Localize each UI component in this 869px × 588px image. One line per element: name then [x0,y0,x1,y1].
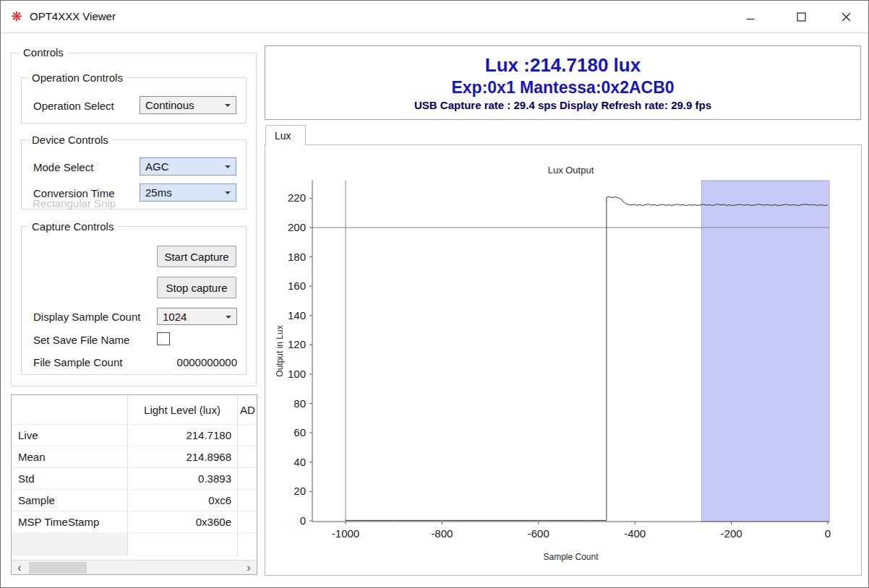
mode-select-label: Mode Select [33,161,93,173]
row-label-mean: Mean [18,446,125,467]
scroll-right-icon[interactable]: › [241,561,257,575]
conversion-time-combobox[interactable]: 25ms [140,183,236,202]
chevron-down-icon [225,165,231,171]
app-logo-icon: ❋ [9,9,24,24]
scroll-left-icon[interactable]: ‹ [12,561,27,575]
svg-text:-400: -400 [624,527,646,540]
svg-text:20: 20 [294,485,306,497]
column-header-light-level: Light Level (lux) [127,395,237,424]
operation-select-combobox[interactable]: Continous [140,96,236,114]
chart-ylabel: Output in Lux [275,325,285,376]
row-label-std: Std [18,467,125,489]
table-column-divider [237,395,238,555]
chevron-down-icon [225,191,231,197]
svg-text:180: 180 [288,251,306,263]
scrollbar-thumb[interactable] [29,562,87,574]
svg-text:140: 140 [288,309,306,321]
close-button[interactable] [829,1,862,33]
maximize-icon [797,12,806,22]
row-value-sample: 0xc6 [127,489,231,511]
rate-readout-line: USB Capture rate : 29.4 sps Display Refr… [414,99,711,111]
row-value-mean: 214.8968 [127,446,231,467]
controls-group-title: Controls [20,46,67,59]
minimize-icon [746,13,755,22]
svg-text:-200: -200 [721,527,742,540]
chart-title: Lux Output [548,165,594,176]
svg-text:-600: -600 [528,527,549,540]
chevron-down-icon [225,104,231,110]
column-header-adc: AD [240,395,257,424]
svg-text:0: 0 [825,527,831,540]
svg-text:160: 160 [288,280,306,292]
selection-region[interactable] [701,181,829,522]
row-value-msp-timestamp: 0x360e [127,511,231,532]
tab-lux[interactable]: Lux [265,125,306,145]
display-sample-count-label: Display Sample Count [33,311,140,323]
lux-chart[interactable]: 020406080100120140160180200220-1000-800-… [267,147,860,573]
exp-readout-line: Exp:0x1 Mantessa:0x2ACB0 [451,78,674,98]
capture-controls-title: Capture Controls [28,220,117,233]
maximize-button[interactable] [784,1,818,33]
svg-text:-1000: -1000 [332,527,359,540]
row-label-msp-timestamp: MSP TimeStamp [18,511,125,532]
start-capture-button[interactable]: Start Capture [157,246,236,267]
mode-select-combobox[interactable]: AGC [140,157,236,176]
row-value-std: 0.3893 [127,467,231,489]
mode-select-value: AGC [145,160,169,173]
stop-capture-button[interactable]: Stop capture [157,277,236,298]
row-label-sample: Sample [18,489,125,511]
conversion-time-label: Conversion Time [33,187,115,199]
lux-readout-line: Lux :214.7180 lux [485,54,641,77]
chart-xlabel: Sample Count [543,552,599,562]
chart-panel: 020406080100120140160180200220-1000-800-… [265,144,862,576]
readout-panel: Lux :214.7180 lux Exp:0x1 Mantessa:0x2AC… [265,46,861,120]
set-save-file-name-label: Set Save File Name [33,334,129,346]
svg-text:60: 60 [294,426,306,438]
display-sample-count-value: 1024 [163,311,187,323]
chevron-down-icon [226,316,231,321]
device-controls-title: Device Controls [28,134,112,146]
svg-text:120: 120 [288,338,306,350]
set-save-file-name-checkbox[interactable] [157,332,170,345]
table-footer-cell [12,532,127,555]
svg-text:-800: -800 [431,527,453,540]
file-sample-count-value: 0000000000 [157,356,237,368]
row-value-live: 214.7180 [127,424,231,446]
operation-controls-title: Operation Controls [28,72,127,84]
window-title: OPT4XXX Viewer [30,10,116,22]
file-sample-count-label: File Sample Count [33,356,122,368]
svg-text:200: 200 [288,221,306,233]
horizontal-scrollbar[interactable]: ‹ › [12,560,257,575]
svg-text:40: 40 [294,456,306,468]
svg-text:0: 0 [300,514,306,527]
svg-text:220: 220 [288,191,306,204]
close-icon [842,12,851,22]
svg-text:100: 100 [288,368,306,380]
row-label-live: Live [18,424,125,446]
operation-select-label: Operation Select [33,100,114,112]
operation-select-value: Continous [145,99,194,111]
conversion-time-value: 25ms [145,186,172,199]
stats-table: Light Level (lux) AD Live 214.7180 Mean … [11,394,257,575]
minimize-button[interactable] [734,1,767,33]
svg-text:80: 80 [294,397,306,410]
app-window: ❋ OPT4XXX Viewer Controls Operation Cont… [0,0,869,588]
display-sample-count-combobox[interactable]: 1024 [157,308,237,325]
titlebar: ❋ OPT4XXX Viewer [1,1,868,33]
